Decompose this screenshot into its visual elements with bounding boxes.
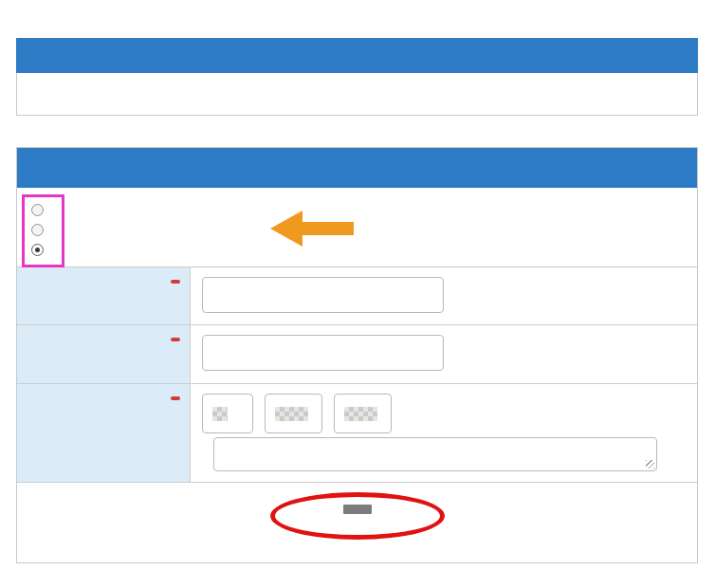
- phone-part-1-input[interactable]: [202, 394, 253, 433]
- censored-mosaic: [275, 407, 308, 421]
- phone-part-3-input[interactable]: [334, 394, 392, 433]
- resize-grip-icon[interactable]: [646, 460, 654, 469]
- phone-label-cell: [17, 384, 191, 482]
- name-label-cell: [17, 267, 191, 324]
- add-to-list-button[interactable]: [343, 505, 372, 514]
- red-circle-annotation: [270, 492, 445, 540]
- radio-icon[interactable]: [31, 204, 44, 216]
- kana-input[interactable]: [202, 335, 444, 371]
- radio-option-from-list[interactable]: [31, 220, 50, 240]
- page: [0, 0, 715, 588]
- delivery-method-section: [17, 188, 697, 267]
- radio-icon[interactable]: [31, 224, 44, 236]
- form-row-phone: [17, 384, 697, 483]
- kana-label-cell: [17, 325, 191, 383]
- address-form-header: [17, 148, 697, 188]
- delivery-list-panel: [16, 38, 698, 116]
- highlight-box-annotation: [22, 194, 64, 267]
- censored-mosaic: [212, 407, 228, 421]
- required-badge: [171, 396, 180, 400]
- name-input[interactable]: [202, 277, 444, 313]
- address-textarea[interactable]: [213, 437, 657, 471]
- required-badge: [171, 338, 180, 341]
- left-arrow-icon: [270, 210, 354, 248]
- delivery-list-empty-message: [16, 73, 698, 116]
- phone-part-2-input[interactable]: [265, 394, 322, 433]
- name-input-cell: [191, 267, 697, 324]
- phone-input-cell: [191, 384, 697, 482]
- delivery-list-header: [16, 38, 698, 73]
- address-form-panel: [16, 147, 698, 563]
- radio-checked-icon[interactable]: [31, 244, 44, 256]
- kana-input-cell: [191, 325, 697, 383]
- phone-inputs: [202, 394, 697, 433]
- form-row-kana: [17, 325, 697, 384]
- submit-section: [17, 483, 697, 562]
- required-badge: [171, 280, 180, 284]
- radio-option-order-address[interactable]: [31, 200, 50, 220]
- radio-option-new-address[interactable]: [31, 240, 50, 260]
- form-row-name: [17, 267, 697, 325]
- censored-mosaic: [344, 407, 377, 421]
